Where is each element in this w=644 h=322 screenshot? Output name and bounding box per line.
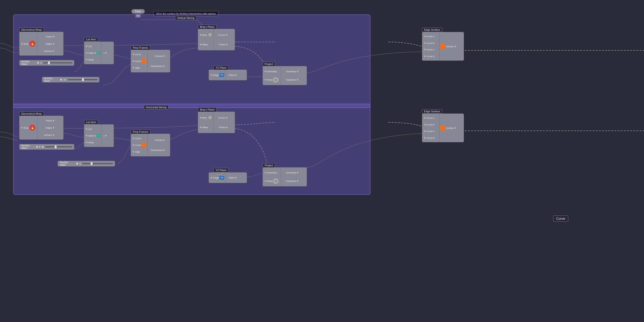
port-dot bbox=[424, 36, 426, 37]
edge-surface-1-label: Edge Surface bbox=[422, 28, 442, 32]
number-slider-3[interactable]: Number Slider 8 bbox=[19, 144, 74, 150]
port-faces-2: Faces bbox=[46, 118, 55, 123]
slider-track[interactable] bbox=[82, 163, 113, 164]
project-1[interactable]: Geometry Plane Geometry Transform bbox=[262, 66, 307, 85]
slider-track[interactable] bbox=[45, 146, 72, 147]
port-dot bbox=[235, 177, 237, 179]
port-dot bbox=[200, 34, 202, 36]
port-label: Faces bbox=[46, 35, 52, 38]
port-dot bbox=[454, 127, 456, 129]
slider-track[interactable] bbox=[68, 79, 97, 80]
port-label: Parameters bbox=[151, 149, 162, 151]
edge-surface-1[interactable]: Curve A Curve B Curve C Curve D Surface bbox=[422, 32, 464, 61]
port-label: Count bbox=[135, 144, 141, 146]
port-dot bbox=[163, 149, 165, 151]
port-dot bbox=[297, 71, 298, 72]
port-dot bbox=[105, 52, 107, 54]
slider-diamond bbox=[76, 163, 78, 165]
brep-icon bbox=[208, 32, 213, 38]
port-curve-c-2: Curve C bbox=[423, 129, 438, 133]
port-parameters: Parameters bbox=[151, 64, 166, 68]
port-label: Plane bbox=[229, 74, 234, 76]
slider-thumb[interactable] bbox=[55, 145, 56, 148]
port-plane-in-2: Plane bbox=[264, 179, 280, 183]
port-count: Count bbox=[132, 59, 146, 63]
plus-icon: + bbox=[96, 51, 100, 55]
port-label: Curves bbox=[218, 116, 226, 119]
port-label: Faces bbox=[46, 119, 52, 122]
port-label: Plane bbox=[267, 180, 272, 182]
yz-icon: YZ bbox=[220, 73, 224, 77]
port-curve-2: Curve bbox=[132, 136, 146, 140]
yz-plane-2[interactable]: Origin YZ Plane bbox=[208, 172, 247, 183]
project-icon bbox=[273, 77, 278, 83]
port-label: Points bbox=[219, 126, 226, 129]
port-curves: Curves bbox=[218, 33, 228, 37]
port-dot bbox=[53, 127, 54, 129]
perp-frames-2[interactable]: Curve Count Align Frames Parameters bbox=[131, 134, 170, 156]
port-label: Vertices bbox=[44, 134, 52, 136]
port-i-2: i bbox=[104, 134, 108, 138]
port-dot bbox=[226, 34, 228, 36]
port-frames: Frames bbox=[155, 54, 166, 58]
port-dot bbox=[200, 126, 202, 128]
port-dot bbox=[86, 45, 88, 47]
list-item-2[interactable]: List Index N + Wrap i bbox=[84, 124, 114, 147]
project-2-label: Project bbox=[262, 163, 275, 167]
port-dot bbox=[21, 43, 23, 45]
deconstruct-brep-2[interactable]: Brep 🔥 Faces Edges Vertices bbox=[19, 116, 64, 140]
slider-thumb[interactable] bbox=[48, 62, 50, 64]
port-dot bbox=[86, 59, 88, 61]
port-origin-2: Origin YZ bbox=[210, 176, 224, 180]
project-2[interactable]: Geometry Plane Geometry Transform bbox=[262, 167, 307, 186]
deconstruct-brep-1-label: Deconstruct Brep bbox=[19, 28, 44, 32]
port-dot bbox=[424, 56, 426, 57]
brep-plane-1[interactable]: Brep Plane Curves Points bbox=[198, 29, 235, 50]
slider-label: Number Slider bbox=[21, 60, 36, 66]
yz-plane-1[interactable]: Origin YZ Plane bbox=[208, 70, 247, 80]
edge-surface-2[interactable]: Curve A Curve B Curve C Curve D Surface bbox=[422, 114, 464, 142]
port-vertices-2: Vertices bbox=[44, 133, 55, 137]
port-curve-a: Curve A bbox=[423, 34, 438, 39]
number-slider-1[interactable]: Number Slider 3 bbox=[19, 60, 74, 66]
slider-thumb[interactable] bbox=[82, 78, 84, 81]
port-i: i bbox=[104, 51, 108, 55]
port-label: Curve D bbox=[426, 137, 435, 139]
deconstruct-brep-1[interactable]: Brep 🔥 Faces Edges Vertices bbox=[19, 32, 64, 56]
perp-frames-1[interactable]: Curve Count Align Frames Parameters bbox=[131, 50, 170, 73]
port-curves-2: Curves bbox=[218, 115, 228, 120]
list-item-1[interactable]: List Index N + Wrap i bbox=[84, 42, 114, 64]
slider-value: 6 bbox=[80, 162, 81, 165]
port-dot bbox=[297, 172, 298, 173]
port-dot bbox=[163, 65, 165, 67]
port-label: Plane bbox=[229, 176, 234, 179]
number-slider-2[interactable]: Number Slider 10 bbox=[42, 77, 100, 83]
port-geometry-out-2: Geometry bbox=[286, 171, 299, 175]
port-surface-2: Surface bbox=[440, 126, 457, 130]
port-vertices: Vertices bbox=[44, 49, 55, 53]
slider-thumb[interactable] bbox=[91, 162, 92, 165]
yz-plane-2-label: YZ Plane bbox=[214, 168, 228, 172]
project-icon-2 bbox=[273, 179, 278, 184]
port-curve-d: Curve D bbox=[423, 54, 438, 58]
slider-value: 3 bbox=[40, 62, 42, 64]
brep-icon: 🔥 bbox=[29, 41, 36, 47]
port-label: i bbox=[104, 134, 104, 137]
port-dot bbox=[105, 135, 107, 137]
port-brep-1-left: Brep 🔥 bbox=[20, 42, 36, 46]
surface-icon bbox=[440, 44, 446, 49]
port-frames-2: Frames bbox=[155, 138, 166, 142]
brep-plane-2[interactable]: Brep Plane Curves Points bbox=[198, 112, 235, 133]
port-dot bbox=[424, 42, 426, 44]
slider-label: Number Slider bbox=[21, 144, 35, 149]
port-curve-d-2: Curve D bbox=[423, 136, 438, 140]
port-dot bbox=[200, 44, 202, 45]
slider-track[interactable] bbox=[43, 62, 72, 63]
number-slider-4[interactable]: Number Slider 6 bbox=[58, 161, 115, 167]
port-dot bbox=[210, 177, 212, 179]
port-edges: Edges bbox=[46, 42, 55, 46]
port-origin: Origin YZ bbox=[210, 73, 224, 77]
port-dot bbox=[21, 127, 23, 129]
vertical-slicing-label: Vertical Slicing bbox=[175, 16, 196, 20]
port-label: Geometry bbox=[267, 70, 277, 73]
